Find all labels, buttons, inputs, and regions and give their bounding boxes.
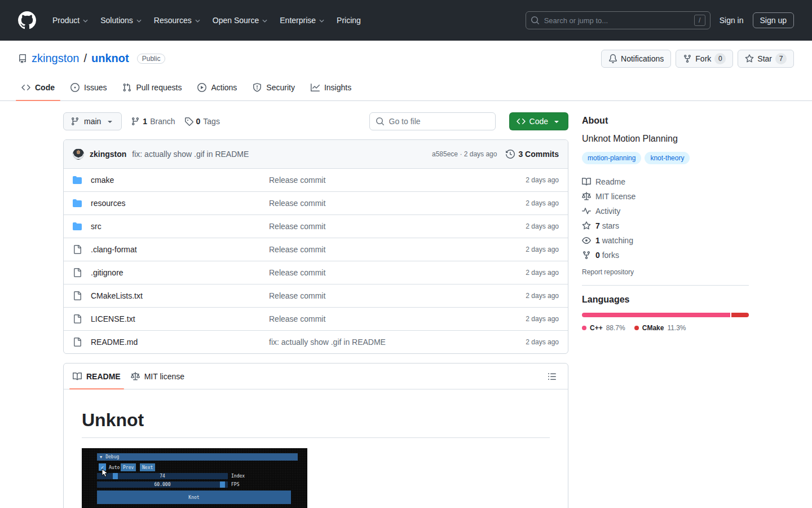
table-row: .clang-format Release commit 2 days ago [64,238,568,261]
history-icon [506,150,515,159]
gif-index-slider: 74 [97,473,228,479]
lang-dot-icon [634,326,639,330]
commit-message-link[interactable]: Release commit [269,314,517,323]
tab-mit-license[interactable]: MIT license [131,364,184,389]
visibility-badge: Public [137,54,166,64]
lang-cmake[interactable]: CMake 11.3% [634,324,686,332]
file-name-link[interactable]: CMakeLists.txt [91,291,260,300]
stars-link[interactable]: 7 stars [582,218,749,233]
pulse-icon [582,207,591,216]
nav-enterprise[interactable]: Enterprise [273,11,330,29]
go-to-file-input[interactable] [389,117,491,126]
avatar[interactable] [73,148,84,160]
lang-segment-cmake[interactable] [731,313,749,317]
lang-cpp[interactable]: C++ 88.7% [582,324,625,332]
commit-history-link[interactable]: 3 Commits [506,150,559,159]
tab-issues[interactable]: Issues [65,75,112,100]
repo-name-link[interactable]: unknot [91,52,129,65]
about-links: Readme MIT license Activity 7 stars 1 wa… [582,174,749,262]
watching-link[interactable]: 1 watching [582,233,749,248]
nav-open-source[interactable]: Open Source [206,11,274,29]
tags-link[interactable]: 0Tags [184,117,220,126]
sign-up-button[interactable]: Sign up [753,12,794,28]
file-time: 2 days ago [526,176,559,184]
file-name-link[interactable]: cmake [91,176,260,185]
search-input[interactable] [544,16,690,25]
commit-message-link[interactable]: Release commit [269,222,517,231]
sign-in-link[interactable]: Sign in [720,16,744,25]
book-icon [73,372,82,381]
forks-link[interactable]: 0 forks [582,248,749,262]
commit-sha-time[interactable]: a585ece · 2 days ago [432,150,497,158]
commit-message-link[interactable]: Release commit [269,176,517,185]
table-row: resources Release commit 2 days ago [64,191,568,214]
commit-message-link[interactable]: fix: actually show .gif in README [132,150,249,159]
commit-message-link[interactable]: fix: actually show .gif in README [269,338,517,347]
triangle-down-icon [105,117,114,126]
file-name-link[interactable]: .gitignore [91,268,260,277]
tab-code[interactable]: Code [16,75,60,100]
file-name-link[interactable]: README.md [91,338,260,347]
file-name-link[interactable]: LICENSE.txt [91,314,260,323]
commit-author-link[interactable]: zkingston [90,150,126,159]
github-logo-icon[interactable] [18,11,36,29]
nav-solutions[interactable]: Solutions [94,11,148,29]
folder-icon [73,176,82,185]
file-name-link[interactable]: .clang-format [91,245,260,254]
repo-owner-link[interactable]: zkingston [32,52,80,65]
commit-message-link[interactable]: Release commit [269,268,517,277]
outline-button[interactable] [545,370,559,383]
tab-security[interactable]: Security [247,75,301,100]
law-icon [582,192,591,201]
file-name-link[interactable]: src [91,222,260,231]
branch-selector[interactable]: main [63,112,122,130]
code-icon [517,117,526,126]
readme-link[interactable]: Readme [582,174,749,189]
commit-message-link[interactable]: Release commit [269,291,517,300]
tab-pull-requests[interactable]: Pull requests [117,75,187,100]
commit-message-link[interactable]: Release commit [269,199,517,208]
repo-tab-nav: Code Issues Pull requests Actions Securi… [0,75,812,101]
fork-button[interactable]: Fork 0 [676,50,733,68]
law-icon [131,372,140,381]
repo-actions: Notifications Fork 0 Star 7 [601,50,794,68]
nav-product[interactable]: Product [46,11,94,29]
nav-pricing[interactable]: Pricing [330,11,367,29]
file-icon [73,338,82,347]
code-download-button[interactable]: Code [509,112,568,130]
fork-count: 0 [714,53,726,64]
file-name-link[interactable]: resources [91,199,260,208]
report-repository-link[interactable]: Report repository [582,268,634,276]
notifications-button[interactable]: Notifications [601,50,671,68]
lang-segment-cpp[interactable] [582,313,730,317]
lang-dot-icon [582,326,586,330]
global-search[interactable]: / [526,11,710,29]
license-link[interactable]: MIT license [582,189,749,204]
readme-card: README MIT license Unknot ▼ Debug ✓ [63,363,568,508]
tab-actions[interactable]: Actions [192,75,242,100]
topic-knot-theory[interactable]: knot-theory [645,152,690,164]
issue-icon [70,83,80,92]
tab-insights[interactable]: Insights [305,75,357,100]
gif-index-label: Index [231,474,245,479]
commit-message-link[interactable]: Release commit [269,245,517,254]
activity-link[interactable]: Activity [582,204,749,218]
nav-resources[interactable]: Resources [148,11,206,29]
branches-link[interactable]: 1Branch [131,117,175,126]
tab-readme[interactable]: README [73,364,121,389]
bell-icon [608,54,617,63]
file-time: 2 days ago [526,199,559,207]
list-icon [548,372,557,381]
go-to-file[interactable] [369,112,496,130]
main-nav: Product Solutions Resources Open Source … [46,11,367,29]
file-time: 2 days ago [526,338,559,346]
table-row: src Release commit 2 days ago [64,214,568,238]
languages-legend: C++ 88.7% CMake 11.3% [582,324,749,332]
shield-icon [253,83,262,92]
branch-bar: main 1Branch 0Tags Code [63,112,568,130]
star-button[interactable]: Star 7 [738,50,794,68]
folder-icon [73,222,82,231]
gif-prev-button: Prev [121,463,136,471]
table-row: .gitignore Release commit 2 days ago [64,261,568,284]
topic-motion-planning[interactable]: motion-planning [582,152,641,164]
